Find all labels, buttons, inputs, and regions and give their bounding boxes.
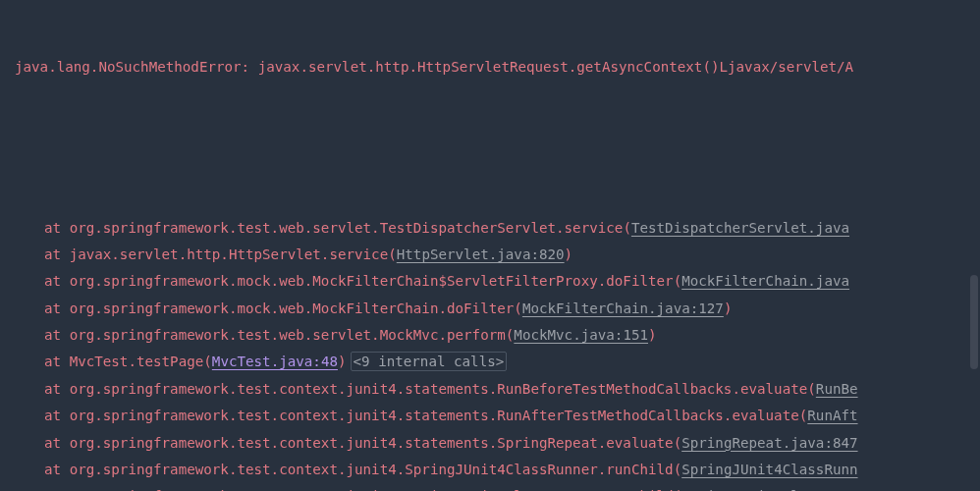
stack-frame: at org.springframework.test.context.juni… — [15, 457, 980, 483]
paren-close: ) — [565, 246, 573, 262]
source-link[interactable]: RunAft — [807, 408, 857, 423]
stack-method: org.springframework.test.context.junit4.… — [70, 435, 674, 451]
paren-open: ( — [674, 462, 682, 477]
stack-frame: at org.springframework.test.web.servlet.… — [15, 215, 980, 242]
stack-method: org.springframework.test.web.servlet.Moc… — [70, 327, 506, 343]
at-keyword: at — [44, 408, 70, 423]
at-keyword: at — [44, 273, 70, 289]
source-link[interactable]: MockMvc.java:151 — [514, 327, 648, 343]
stack-method: org.springframework.test.context.junit4.… — [70, 408, 799, 423]
paren-open: ( — [623, 220, 631, 236]
at-keyword: at — [44, 246, 70, 262]
paren-close: ) — [338, 354, 347, 369]
paren-close: ) — [648, 327, 657, 343]
source-link[interactable]: SpringRepeat.java:847 — [681, 435, 857, 451]
stack-method: MvcTest.testPage — [70, 354, 204, 369]
stack-method: org.springframework.mock.web.MockFilterC… — [70, 300, 515, 316]
at-keyword: at — [44, 462, 70, 477]
paren-open: ( — [388, 246, 397, 262]
stack-frame: at MvcTest.testPage(MvcTest.java:48)<9 i… — [15, 349, 980, 375]
at-keyword: at — [44, 381, 70, 397]
stack-method: javax.servlet.http.HttpServlet.service — [70, 246, 389, 262]
paren-close: ) — [724, 300, 733, 316]
exception-line: java.lang.NoSuchMethodError: javax.servl… — [15, 54, 980, 81]
source-link[interactable]: RunBe — [816, 381, 858, 397]
stack-method: org.springframework.test.web.servlet.Tes… — [70, 220, 624, 236]
paren-open: ( — [203, 354, 212, 369]
stack-frame: at org.springframework.test.context.juni… — [15, 403, 980, 429]
at-keyword: at — [44, 327, 70, 343]
source-link[interactable]: TestDispatcherServlet.java — [631, 220, 849, 236]
stack-frame: at org.springframework.mock.web.MockFilt… — [15, 296, 980, 322]
stack-frame: at org.springframework.test.context.juni… — [15, 483, 980, 491]
scrollbar-thumb[interactable] — [970, 275, 978, 369]
stack-frame: at javax.servlet.http.HttpServlet.servic… — [15, 242, 980, 268]
at-keyword: at — [44, 435, 70, 451]
source-link[interactable]: MockFilterChain.java — [681, 273, 849, 289]
paren-open: ( — [799, 408, 808, 423]
paren-open: ( — [674, 435, 682, 451]
console-output: java.lang.NoSuchMethodError: javax.servl… — [0, 0, 980, 491]
stack-frame: at org.springframework.mock.web.MockFilt… — [15, 268, 980, 295]
stack-method: org.springframework.test.context.junit4.… — [70, 462, 674, 477]
source-link[interactable]: MvcTest.java:48 — [212, 354, 338, 369]
scrollbar-track[interactable] — [970, 0, 978, 491]
paren-open: ( — [674, 273, 682, 289]
stack-method: org.springframework.test.context.junit4.… — [70, 381, 808, 397]
source-link[interactable]: SpringJUnit4ClassRunn — [681, 462, 857, 477]
blank-line — [15, 135, 980, 161]
stack-frame: at org.springframework.test.context.juni… — [15, 376, 980, 403]
stack-frame: at org.springframework.test.web.servlet.… — [15, 322, 980, 349]
paren-open: ( — [514, 300, 522, 316]
stack-method: org.springframework.mock.web.MockFilterC… — [70, 273, 674, 289]
source-link[interactable]: HttpServlet.java:820 — [397, 246, 565, 262]
paren-open: ( — [807, 381, 816, 397]
collapsed-calls[interactable]: <9 internal calls> — [351, 352, 508, 371]
at-keyword: at — [44, 354, 70, 369]
source-link[interactable]: MockFilterChain.java:127 — [522, 300, 724, 316]
at-keyword: at — [44, 220, 70, 236]
at-keyword: at — [44, 300, 70, 316]
stack-frame: at org.springframework.test.context.juni… — [15, 430, 980, 457]
